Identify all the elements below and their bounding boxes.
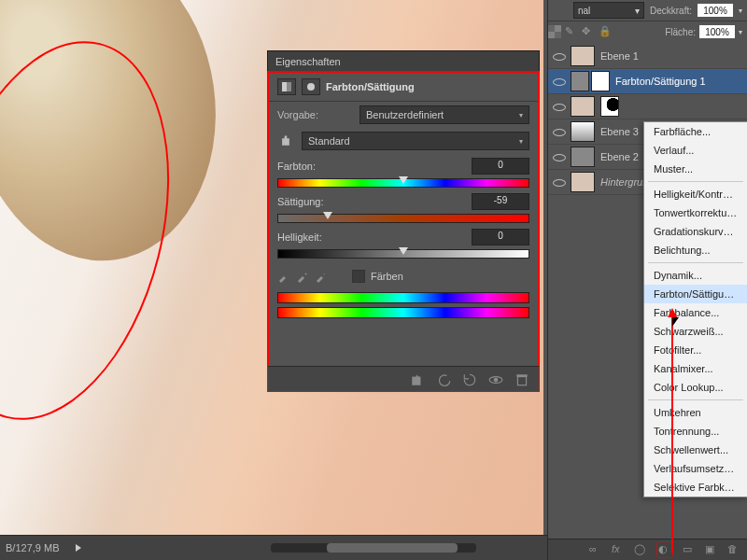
new-layer-icon[interactable]: ▣ (705, 543, 718, 556)
menu-item[interactable]: Kanalmixer... (644, 359, 747, 378)
h-scrollbar-thumb[interactable] (327, 543, 458, 553)
lightness-input[interactable]: 0 (472, 229, 529, 245)
opacity-label: Deckkraft: (650, 6, 692, 16)
eyedropper-plus-icon[interactable]: + (296, 270, 309, 283)
visibility-toggle[interactable] (552, 100, 565, 113)
properties-panel: Eigenschaften Farbton/Sättigung Vorgabe:… (267, 50, 540, 392)
layer-name[interactable]: Ebene 1 (600, 50, 639, 62)
blend-row: nal▾ Deckkraft: 100% ▾ (548, 0, 747, 21)
menu-item[interactable]: Farbfläche... (644, 122, 747, 141)
mask-add-icon[interactable]: ◯ (634, 543, 647, 556)
layer-row[interactable] (548, 94, 747, 119)
mask-view-icon[interactable] (302, 78, 320, 95)
range-value: Standard (308, 135, 350, 147)
lock-all-icon[interactable]: 🔒 (599, 25, 612, 38)
menu-item[interactable]: Fotofilter... (644, 341, 747, 359)
finger-scrubby-icon[interactable] (277, 133, 294, 148)
play-icon[interactable] (76, 544, 81, 552)
visibility-toggle[interactable] (552, 150, 565, 163)
saturation-label: Sättigung: (277, 196, 324, 207)
h-scrollbar[interactable] (271, 543, 476, 553)
mask-thumb[interactable] (591, 71, 610, 91)
adjustment-add-icon[interactable]: ◐ (656, 541, 673, 558)
visibility-toggle[interactable] (552, 75, 565, 88)
hue-label: Farbton: (277, 161, 316, 172)
lock-move-icon[interactable]: ✥ (582, 25, 595, 38)
hue-thumb[interactable] (399, 176, 408, 184)
reset-icon[interactable] (462, 372, 477, 385)
svg-point-7 (494, 378, 499, 383)
chevron-down-icon[interactable]: ▾ (739, 7, 742, 15)
menu-item[interactable]: Umkehren (644, 403, 747, 422)
menu-item[interactable]: Belichtung... (644, 241, 747, 259)
menu-item[interactable]: Farbbalance... (644, 303, 747, 322)
adjustment-header: Farbton/Sättigung (268, 73, 539, 102)
menu-item[interactable]: Tonwertkorrektur... (644, 203, 747, 222)
menu-item[interactable]: Selektive Farbkorrektur... (644, 478, 747, 497)
clip-icon[interactable] (410, 372, 425, 385)
properties-tab[interactable]: Eigenschaften (268, 51, 539, 73)
chevron-down-icon[interactable]: ▾ (739, 28, 742, 36)
menu-separator (648, 262, 743, 263)
adjustment-context-menu: Farbfläche... Verlauf... Muster... Helli… (643, 121, 747, 497)
menu-item[interactable]: Muster... (644, 160, 747, 178)
hue-slider[interactable] (277, 178, 529, 189)
visibility-toggle[interactable] (552, 49, 565, 63)
cursor-icon (672, 317, 679, 327)
menu-item[interactable]: Verlaufsumsetzung... (644, 459, 747, 478)
layer-thumb[interactable] (571, 96, 595, 117)
trash-icon[interactable]: 🗑 (727, 543, 740, 556)
group-icon[interactable]: ▭ (683, 543, 696, 556)
lock-transparent-icon[interactable] (548, 25, 561, 38)
layer-name[interactable]: Farbton/Sättigung 1 (615, 76, 706, 87)
mask-thumb[interactable] (600, 96, 619, 117)
menu-item[interactable]: Verlauf... (644, 141, 747, 160)
visibility-toggle[interactable] (552, 125, 565, 138)
eyedropper-minus-icon[interactable]: - (315, 270, 328, 283)
menu-item[interactable]: Dynamik... (644, 266, 747, 285)
saturation-input[interactable]: -59 (472, 193, 529, 210)
menu-item[interactable]: Tontrennung... (644, 422, 747, 441)
range-dropdown[interactable]: Standard▾ (302, 132, 529, 150)
saturation-thumb[interactable] (323, 212, 332, 219)
layer-thumb[interactable] (571, 147, 595, 167)
saturation-slider[interactable] (277, 214, 529, 225)
lightness-slider[interactable] (277, 249, 529, 260)
layer-name[interactable]: Ebene 2 (600, 151, 639, 162)
fx-icon[interactable]: fx (612, 543, 625, 556)
menu-item-hue-saturation[interactable]: Farbton/Sättigung... (644, 285, 747, 303)
prev-state-icon[interactable] (436, 372, 451, 385)
colorize-checkbox[interactable] (352, 270, 365, 283)
chevron-down-icon: ▾ (519, 111, 523, 119)
visibility-icon[interactable] (488, 372, 503, 385)
layer-thumb[interactable] (571, 121, 595, 142)
preset-dropdown[interactable]: Benutzerdefiniert▾ (359, 105, 529, 124)
layer-thumb[interactable] (571, 46, 595, 66)
spectrum-before (277, 292, 529, 303)
layer-row[interactable]: Farbton/Sättigung 1 (548, 69, 747, 94)
link-icon[interactable]: ∞ (589, 543, 602, 556)
svg-text:-: - (323, 271, 325, 276)
menu-item[interactable]: Gradationskurven... (644, 222, 747, 241)
trash-icon[interactable] (514, 372, 529, 385)
eyedropper-icon[interactable] (277, 270, 290, 283)
layer-name[interactable]: Ebene 3 (600, 126, 639, 137)
menu-item[interactable]: Helligkeit/Kontrast... (644, 185, 747, 203)
menu-separator (648, 181, 743, 182)
layer-row[interactable]: Ebene 1 (548, 44, 747, 69)
menu-item[interactable]: Color Lookup... (644, 378, 747, 397)
blend-mode-dropdown[interactable]: nal▾ (573, 2, 644, 19)
layer-thumb[interactable] (571, 172, 595, 192)
lightness-label: Helligkeit: (277, 231, 322, 243)
fill-input[interactable]: 100% (699, 25, 735, 38)
lock-brush-icon[interactable]: ✎ (565, 25, 578, 38)
menu-item[interactable]: Schwarzweiß... (644, 322, 747, 341)
layers-footer: ∞ fx ◯ ◐ ▭ ▣ 🗑 (548, 539, 747, 560)
visibility-toggle[interactable] (552, 175, 565, 189)
opacity-input[interactable]: 100% (698, 4, 733, 17)
menu-item[interactable]: Schwellenwert... (644, 441, 747, 459)
adjustment-icon[interactable] (277, 78, 296, 95)
lightness-thumb[interactable] (399, 247, 408, 255)
adjustment-thumb[interactable] (571, 71, 589, 91)
hue-input[interactable]: 0 (472, 158, 529, 175)
